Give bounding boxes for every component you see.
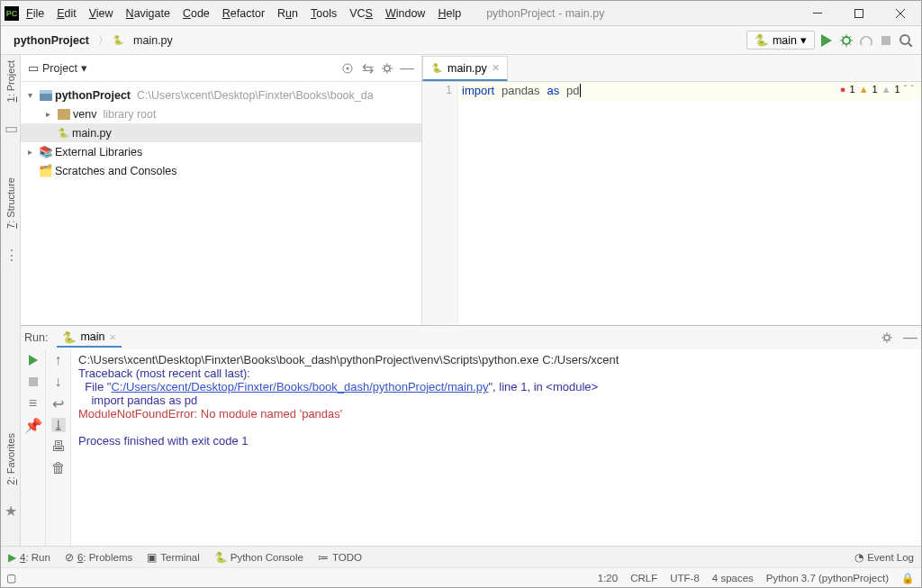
minimize-button[interactable]	[797, 1, 838, 26]
status-toggle-icon[interactable]: ▢	[6, 572, 16, 584]
todo-toolwindow-button[interactable]: ≔TODO	[318, 551, 362, 564]
breadcrumb-project[interactable]: pythonProject	[8, 32, 95, 49]
problems-toolwindow-button[interactable]: ⊘6: Problems	[65, 551, 132, 564]
stop-button[interactable]	[878, 32, 894, 49]
menu-vcs[interactable]: VCS	[344, 5, 378, 22]
left-toolstrip-lower: 2: Favorites ★	[1, 325, 21, 547]
window-controls	[797, 1, 921, 26]
up-icon[interactable]: ↑	[51, 353, 66, 367]
menu-file[interactable]: File	[21, 5, 50, 22]
tree-mainpy[interactable]: 🐍 main.py	[21, 123, 421, 142]
svg-point-4	[900, 35, 909, 44]
run-toolwindow: Run: 🐍 main ✕ — ≡ 📌 ↑ ↓ ↩ ⤓ 🖶 🗑 C:\Users…	[21, 325, 921, 549]
menu-navigate[interactable]: Navigate	[121, 5, 176, 22]
menu-run[interactable]: Run	[272, 5, 303, 22]
folder-icon	[58, 109, 70, 120]
python-interpreter[interactable]: Python 3.7 (pythonProject)	[766, 573, 889, 583]
code-area[interactable]: 1 import pandas as pd ●1 ▲1 ▲1 ˆ ˇ	[422, 82, 921, 325]
bottom-toolbar: ▶4: Run ⊘6: Problems ▣Terminal 🐍Python C…	[1, 546, 921, 567]
lock-icon[interactable]: 🔒	[901, 572, 914, 584]
menu-view[interactable]: View	[84, 5, 119, 22]
libraries-icon: 📚	[40, 146, 52, 158]
inspections-widget[interactable]: ●1 ▲1 ▲1 ˆ ˇ	[840, 84, 914, 95]
terminal-toolwindow-button[interactable]: ▣Terminal	[147, 551, 199, 564]
warning-icon: ▲	[859, 84, 869, 95]
tree-file-label: main.py	[72, 127, 112, 140]
python-console-button[interactable]: 🐍Python Console	[214, 551, 303, 564]
python-icon: 🐍	[755, 33, 769, 47]
tree-venv[interactable]: ▸ venv library root	[21, 104, 421, 123]
favorites-toolwindow-button[interactable]: 2: Favorites	[5, 433, 16, 484]
tree-root[interactable]: ▾ pythonProject C:\Users\xcent\Desktop\F…	[21, 86, 421, 104]
run-toolwindow-button[interactable]: ▶4: Run	[8, 551, 50, 564]
file-encoding[interactable]: UTF-8	[670, 573, 700, 583]
main-area: 1: Project ▭ 7: Structure ⋮ ▭ Project ▾ …	[1, 55, 921, 325]
run-tab-label: main	[80, 330, 104, 343]
navigation-bar: pythonProject 〉 🐍 main.py 🐍 main ▾	[1, 26, 921, 55]
console-output[interactable]: C:\Users\xcent\Desktop\Finxter\Books\boo…	[71, 349, 921, 549]
run-toolbar-left: ≡ 📌	[21, 349, 46, 549]
python-file-icon: 🐍	[57, 127, 69, 140]
prev-highlight-icon[interactable]: ˆ	[904, 84, 908, 95]
menu-window[interactable]: Window	[380, 5, 430, 22]
soft-wrap-icon[interactable]: ↩	[51, 396, 66, 411]
run-config-selector[interactable]: 🐍 main ▾	[746, 31, 815, 50]
run-settings-icon[interactable]	[880, 330, 894, 345]
dropdown-icon: ▾	[800, 33, 807, 47]
project-toolwindow-button[interactable]: 1: Project	[5, 60, 16, 102]
hide-panel-icon[interactable]: —	[400, 61, 414, 76]
tree-scratches[interactable]: 🗂️ Scratches and Consoles	[21, 161, 421, 180]
locate-icon[interactable]	[340, 61, 355, 76]
run-button[interactable]	[818, 32, 835, 49]
line-ending[interactable]: CRLF	[630, 573, 657, 583]
layout-icon[interactable]: ≡	[26, 396, 41, 411]
print-icon[interactable]: 🖶	[51, 439, 66, 454]
ext-lib-label: External Libraries	[55, 146, 142, 158]
cursor-position[interactable]: 1:20	[598, 573, 618, 583]
coverage-button[interactable]	[858, 32, 874, 49]
venv-label: venv	[73, 108, 96, 121]
run-tab-main[interactable]: 🐍 main ✕	[57, 329, 121, 348]
settings-icon[interactable]	[380, 61, 394, 76]
menu-help[interactable]: Help	[432, 5, 466, 22]
run-toolwindow-header: Run: 🐍 main ✕ —	[21, 326, 921, 349]
dropdown-icon[interactable]: ▾	[81, 61, 87, 75]
event-log-button[interactable]: ◔Event Log	[854, 551, 914, 564]
gutter: 1	[422, 82, 458, 325]
breadcrumb-file[interactable]: main.py	[128, 32, 178, 49]
tree-external-libraries[interactable]: ▸ 📚 External Libraries	[21, 142, 421, 161]
menu-code[interactable]: Code	[177, 5, 215, 22]
pin-icon[interactable]: 📌	[26, 418, 41, 432]
project-path: C:\Users\xcent\Desktop\Finxter\Books\boo…	[137, 89, 374, 102]
svg-rect-1	[855, 9, 863, 17]
expand-all-icon[interactable]: ⇆	[360, 61, 375, 76]
editor-tab-mainpy[interactable]: 🐍 main.py ✕	[422, 56, 508, 81]
project-panel-title[interactable]: Project	[42, 62, 77, 75]
close-tab-icon[interactable]: ✕	[492, 62, 500, 74]
scroll-to-end-icon[interactable]: ⤓	[51, 418, 66, 432]
indent-setting[interactable]: 4 spaces	[712, 573, 754, 583]
stop-run-button[interactable]	[26, 375, 41, 389]
window-title: pythonProject - main.py	[486, 7, 604, 20]
python-file-icon: 🐍	[112, 34, 124, 47]
menu-refactor[interactable]: Refactor	[217, 5, 270, 22]
menubar: PC File Edit View Navigate Code Refactor…	[1, 5, 797, 22]
hide-run-icon[interactable]: —	[903, 330, 917, 345]
trash-icon[interactable]: 🗑	[51, 461, 66, 475]
menu-edit[interactable]: Edit	[51, 5, 82, 22]
rerun-button[interactable]	[26, 353, 41, 367]
close-button[interactable]	[880, 1, 921, 26]
traceback-link[interactable]: C:/Users/xcent/Desktop/Finxter/Books/boo…	[111, 380, 488, 394]
svg-point-7	[384, 66, 390, 71]
search-everywhere-button[interactable]	[898, 32, 914, 49]
debug-button[interactable]	[838, 32, 854, 49]
close-run-tab-icon[interactable]: ✕	[109, 332, 116, 342]
down-icon[interactable]: ↓	[51, 375, 66, 389]
maximize-button[interactable]	[838, 1, 880, 26]
next-highlight-icon[interactable]: ˇ	[910, 84, 914, 95]
structure-toolwindow-button[interactable]: 7: Structure	[5, 177, 16, 229]
breadcrumb-sep: 〉	[98, 33, 108, 47]
menu-tools[interactable]: Tools	[305, 5, 342, 22]
svg-rect-9	[29, 377, 38, 386]
project-tree[interactable]: ▾ pythonProject C:\Users\xcent\Desktop\F…	[21, 82, 421, 184]
